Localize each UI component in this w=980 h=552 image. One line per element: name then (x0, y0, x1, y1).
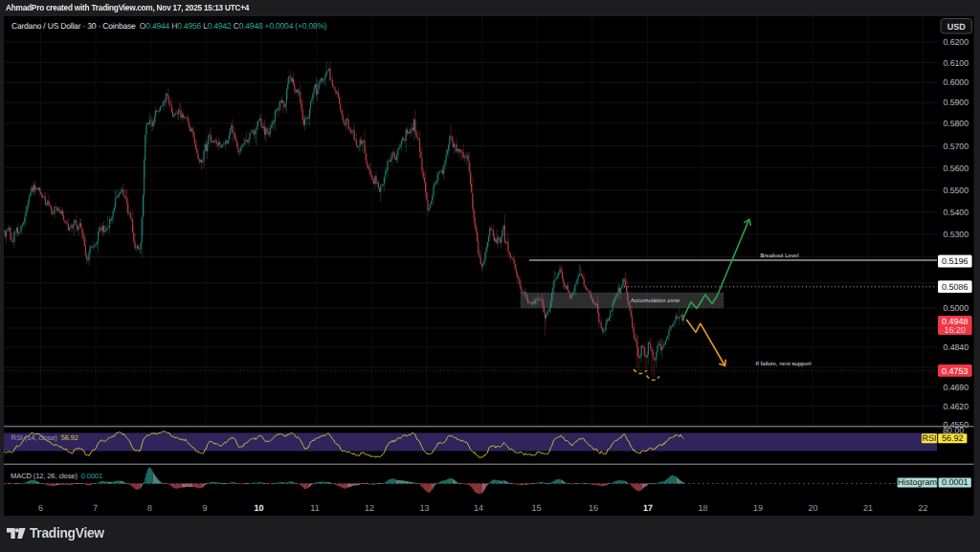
svg-text:0.4690: 0.4690 (943, 383, 969, 392)
svg-text:0.6000: 0.6000 (943, 77, 969, 87)
svg-text:0.5900: 0.5900 (943, 98, 969, 107)
svg-text:USD: USD (947, 22, 967, 32)
svg-text:Cardano / US Dollar · 30 · Coi: Cardano / US Dollar · 30 · Coinbase O0.4… (11, 21, 327, 31)
svg-text:0.5700: 0.5700 (943, 142, 969, 151)
svg-text:20: 20 (808, 503, 817, 513)
svg-text:22: 22 (918, 503, 927, 513)
svg-text:0.5086: 0.5086 (942, 282, 969, 292)
svg-text:10: 10 (254, 503, 263, 513)
svg-text:15: 15 (531, 503, 541, 513)
svg-text:0.5800: 0.5800 (943, 119, 969, 128)
svg-text:Accumulation zone: Accumulation zone (631, 298, 680, 304)
svg-text:0.6100: 0.6100 (943, 58, 969, 68)
svg-text:0.4840: 0.4840 (943, 342, 969, 352)
svg-text:21: 21 (863, 503, 873, 513)
svg-text:19: 19 (753, 503, 763, 513)
svg-text:0.4753: 0.4753 (942, 366, 969, 376)
svg-text:17: 17 (643, 503, 653, 513)
svg-text:0.5500: 0.5500 (943, 186, 969, 195)
svg-text:RSI (14, close) 56.92: RSI (14, close) 56.92 (11, 433, 78, 442)
svg-text:0.5196: 0.5196 (942, 256, 969, 266)
svg-text:Breakout Level: Breakout Level (761, 253, 799, 259)
svg-text:56.92: 56.92 (942, 433, 964, 443)
svg-text:14: 14 (474, 503, 483, 513)
svg-text:9: 9 (202, 503, 207, 513)
svg-text:16:20: 16:20 (945, 325, 967, 335)
svg-text:12: 12 (365, 503, 374, 513)
svg-text:16: 16 (589, 503, 598, 513)
svg-text:0.4620: 0.4620 (943, 402, 969, 411)
svg-text:11: 11 (310, 503, 319, 513)
svg-text:6: 6 (38, 503, 43, 513)
svg-text:If failure, next support: If failure, next support (756, 361, 812, 367)
svg-text:Histogram: Histogram (898, 477, 937, 487)
svg-text:0.0001: 0.0001 (942, 477, 969, 487)
svg-text:0.6200: 0.6200 (943, 37, 969, 47)
svg-text:18: 18 (698, 503, 707, 513)
svg-text:MACD (12, 26, close) 0.0001: MACD (12, 26, close) 0.0001 (11, 472, 102, 480)
svg-text:0.5600: 0.5600 (943, 164, 969, 173)
svg-text:0.5000: 0.5000 (943, 303, 969, 313)
svg-text:8: 8 (147, 503, 152, 513)
svg-text:0.5400: 0.5400 (943, 208, 969, 217)
svg-text:7: 7 (93, 503, 98, 513)
svg-text:RSI: RSI (922, 433, 936, 443)
svg-text:0.5300: 0.5300 (943, 230, 969, 239)
svg-text:13: 13 (419, 503, 429, 513)
